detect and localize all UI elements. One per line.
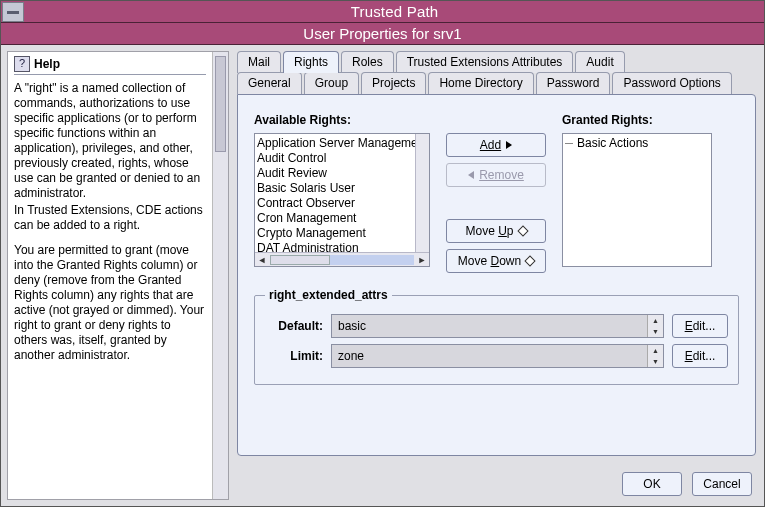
add-button[interactable]: Add (446, 133, 546, 157)
tab-group[interactable]: Group (304, 72, 359, 94)
limit-value: zone (332, 345, 647, 367)
help-scrollbar-thumb[interactable] (215, 56, 226, 152)
title-bar: Trusted Path (1, 1, 764, 23)
main-area: ? Help A "right" is a named collection o… (1, 45, 764, 506)
list-item[interactable]: Contract Observer (257, 196, 413, 211)
help-text-1: A "right" is a named collection of comma… (14, 81, 206, 201)
tab-roles[interactable]: Roles (341, 51, 394, 73)
granted-rights-items[interactable]: Basic Actions (563, 134, 711, 266)
hscroll-right-icon[interactable]: ► (415, 253, 429, 267)
hscroll-left-icon[interactable]: ◄ (255, 253, 269, 267)
dialog-footer: OK Cancel (622, 472, 752, 496)
add-button-label: Add (480, 138, 501, 152)
move-down-button[interactable]: Move Down (446, 249, 546, 273)
diamond-up-icon (517, 225, 528, 236)
granted-rights-list[interactable]: Basic Actions (562, 133, 712, 267)
help-pane: ? Help A "right" is a named collection o… (7, 51, 229, 500)
default-value: basic (332, 315, 647, 337)
default-attr-row: Default: basic ▲ ▼ Edit... (265, 314, 728, 338)
edit-limit-button[interactable]: Edit... (672, 344, 728, 368)
available-rights-label: Available Rights: (254, 113, 430, 127)
limit-spinner[interactable]: zone ▲ ▼ (331, 344, 664, 368)
chevron-up-icon[interactable]: ▲ (648, 345, 663, 356)
help-content: ? Help A "right" is a named collection o… (8, 52, 212, 499)
tab-general[interactable]: General (237, 72, 302, 94)
tab-rights[interactable]: Rights (283, 51, 339, 73)
granted-rights-label: Granted Rights: (562, 113, 712, 127)
list-item[interactable]: Cron Management (257, 211, 413, 226)
chevron-down-icon[interactable]: ▼ (648, 356, 663, 367)
chevron-up-icon[interactable]: ▲ (648, 315, 663, 326)
diamond-down-icon (525, 255, 536, 266)
help-heading: Help (34, 57, 60, 72)
granted-rights-column: Granted Rights: Basic Actions (562, 113, 712, 267)
tabs-row-2: General Group Projects Home Directory Pa… (237, 72, 756, 94)
spacer (446, 193, 546, 213)
hscroll-track[interactable] (270, 255, 414, 265)
rights-panel: Available Rights: Application Server Man… (237, 94, 756, 456)
list-item[interactable]: Audit Review (257, 166, 413, 181)
cancel-button[interactable]: Cancel (692, 472, 752, 496)
available-rights-items[interactable]: Application Server Management Audit Cont… (255, 134, 415, 252)
help-text-2: In Trusted Extensions, CDE actions can b… (14, 203, 206, 233)
move-buttons-column: Add Remove Move Up Move Down (446, 113, 546, 273)
tab-password[interactable]: Password (536, 72, 611, 94)
tab-home-directory[interactable]: Home Directory (428, 72, 533, 94)
tab-mail[interactable]: Mail (237, 51, 281, 73)
edit-limit-label: Edit... (685, 349, 716, 363)
default-spinner-buttons[interactable]: ▲ ▼ (647, 315, 663, 337)
edit-default-label: Edit... (685, 319, 716, 333)
edit-default-button[interactable]: Edit... (672, 314, 728, 338)
tabs-row-1: Mail Rights Roles Trusted Extensions Att… (237, 51, 756, 73)
chevron-right-icon (506, 141, 512, 149)
list-item[interactable]: Basic Solaris User (257, 181, 413, 196)
tab-projects[interactable]: Projects (361, 72, 426, 94)
available-vscrollbar[interactable] (415, 134, 429, 252)
hscroll-thumb[interactable] (270, 255, 330, 265)
properties-pane: Mail Rights Roles Trusted Extensions Att… (229, 45, 764, 506)
limit-attr-row: Limit: zone ▲ ▼ Edit... (265, 344, 728, 368)
list-item[interactable]: Audit Control (257, 151, 413, 166)
list-item[interactable]: Crypto Management (257, 226, 413, 241)
window-subtitle: User Properties for srv1 (1, 23, 764, 45)
system-menu-icon[interactable] (2, 2, 24, 22)
available-rights-column: Available Rights: Application Server Man… (254, 113, 430, 267)
chevron-left-icon (468, 171, 474, 179)
move-up-button[interactable]: Move Up (446, 219, 546, 243)
help-heading-row: ? Help (14, 56, 206, 75)
help-icon: ? (14, 56, 30, 72)
tab-audit[interactable]: Audit (575, 51, 624, 73)
help-text-3: You are permitted to grant (move into th… (14, 243, 206, 363)
remove-button: Remove (446, 163, 546, 187)
tab-trusted-extensions-attributes[interactable]: Trusted Extensions Attributes (396, 51, 574, 73)
list-item[interactable]: Application Server Management (257, 136, 413, 151)
default-label: Default: (265, 319, 323, 333)
move-down-button-label: Move Down (458, 254, 521, 268)
default-spinner[interactable]: basic ▲ ▼ (331, 314, 664, 338)
rights-lists-row: Available Rights: Application Server Man… (254, 113, 739, 273)
move-up-button-label: Move Up (465, 224, 513, 238)
limit-spinner-buttons[interactable]: ▲ ▼ (647, 345, 663, 367)
limit-label: Limit: (265, 349, 323, 363)
window-title: Trusted Path (25, 3, 764, 20)
chevron-down-icon[interactable]: ▼ (648, 326, 663, 337)
remove-button-label: Remove (479, 168, 524, 182)
list-item[interactable]: Basic Actions (565, 136, 709, 151)
available-rights-list[interactable]: Application Server Management Audit Cont… (254, 133, 430, 267)
available-hscrollbar[interactable]: ◄ ► (255, 252, 429, 266)
right-extended-attrs-group: right_extended_attrs Default: basic ▲ ▼ … (254, 295, 739, 385)
ok-button[interactable]: OK (622, 472, 682, 496)
list-item[interactable]: DAT Administration (257, 241, 413, 252)
help-scrollbar[interactable] (212, 52, 228, 499)
right-extended-attrs-legend: right_extended_attrs (265, 288, 392, 302)
tab-password-options[interactable]: Password Options (612, 72, 731, 94)
